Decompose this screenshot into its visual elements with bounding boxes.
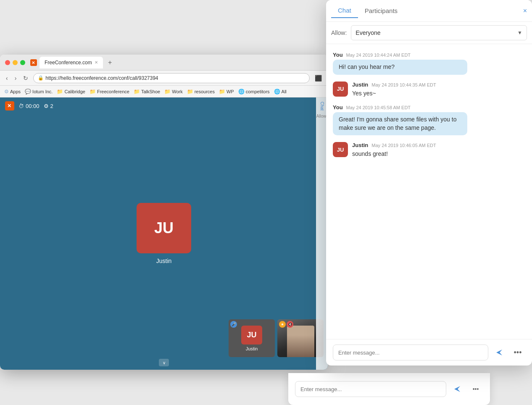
participants-count: ⚙ 2 (44, 103, 53, 109)
bookmark-iotum[interactable]: 💬 Iotum Inc. (25, 89, 53, 95)
bookmark-resources[interactable]: 📁 resources (187, 89, 215, 95)
tab-title: FreeConference.com (45, 60, 92, 66)
iotum-icon: 💬 (25, 89, 31, 95)
back-button[interactable]: ‹ (4, 74, 10, 82)
bookmark-calibridge[interactable]: 📁 Calibridge (57, 89, 85, 95)
main-participant-name: Justin (156, 258, 172, 264)
allow-dropdown[interactable]: Everyone ▼ (351, 25, 527, 40)
bottom-more-icon: ••• (473, 386, 479, 392)
bottom-chat-panel: ••• (288, 373, 490, 405)
thumb-badges: 🎤 (230, 321, 237, 328)
badge-star-icon: ★ (279, 321, 286, 328)
bookmark-apps-label: Apps (10, 89, 21, 94)
more-options-button[interactable]: ••• (510, 345, 525, 360)
resources-icon: 📁 (187, 89, 193, 95)
thumb-name: Justin (246, 346, 258, 351)
freeconf-icon: 📁 (90, 89, 96, 95)
bookmark-calibridge-label: Calibridge (64, 89, 85, 94)
video-area: ✕ ⏱ 00:00 ⚙ 2 JU Justin 🎤 (0, 97, 328, 370)
chat-input-area: ••• (326, 339, 532, 366)
chat-messages: You May 24 2019 10:44:24 AM EDT Hi! can … (326, 44, 532, 339)
bookmark-competitors[interactable]: 🌐 competitors (238, 89, 270, 95)
bottom-message-input[interactable] (295, 381, 446, 397)
dropdown-arrow-icon: ▼ (517, 30, 522, 36)
thumb-justin-avatar: 🎤 JU Justin (229, 319, 275, 357)
time-1: May 24 2019 10:44:24 AM EDT (346, 53, 411, 58)
message-meta-1: You May 24 2019 10:44:24 AM EDT (333, 52, 525, 58)
bookmarks-bar: ⚙ Apps 💬 Iotum Inc. 📁 Calibridge 📁 Freec… (0, 86, 328, 97)
thumbnail-justin[interactable]: 🎤 JU Justin (229, 319, 275, 357)
url-text: https://hello.freeconference.com/conf/ca… (45, 75, 158, 81)
bookmark-wp-label: WP (226, 89, 234, 94)
sender-justin-2: Justin (352, 142, 368, 148)
work-icon: 📁 (164, 89, 171, 95)
top-bar: ✕ ⏱ 00:00 ⚙ 2 (0, 97, 328, 114)
bottom-more-button[interactable]: ••• (468, 381, 483, 397)
bottom-send-button[interactable] (450, 381, 465, 397)
bookmark-talkshoe-label: TalkShoe (141, 89, 160, 94)
all-icon: 🌐 (274, 89, 280, 95)
favicon-icon: ✕ (30, 59, 37, 66)
close-chat-button[interactable]: × (523, 7, 527, 15)
allow-value: Everyone (356, 29, 380, 36)
send-button[interactable] (492, 345, 507, 360)
new-tab-button[interactable]: + (105, 58, 115, 67)
time-3: May 24 2019 10:45:58 AM EDT (346, 105, 411, 110)
scroll-down-button[interactable]: ∨ (159, 359, 169, 366)
bookmark-talkshoe[interactable]: 📁 TalkShoe (134, 89, 160, 95)
traffic-lights (5, 60, 25, 65)
bookmark-freeconference[interactable]: 📁 Freeconference (90, 89, 129, 95)
video-badges: ★ 🔇 (279, 321, 293, 328)
timer-value: 00:00 (26, 103, 40, 109)
bookmark-all-label: All (282, 89, 287, 94)
message-content-4: Justin May 24 2019 10:46:05 AM EDT sound… (352, 142, 436, 158)
thumbnail-strip: 🎤 JU Justin ★ 🔇 (229, 319, 324, 357)
bookmark-resources-label: resources (195, 89, 215, 94)
message-group-3: You May 24 2019 10:45:58 AM EDT Great! I… (326, 101, 532, 139)
competitors-icon: 🌐 (238, 89, 245, 95)
badge-mic-muted-icon: 🔇 (287, 321, 293, 328)
sender-justin-1: Justin (352, 82, 368, 88)
chat-tab[interactable]: Chat (331, 3, 358, 18)
message-meta-3: You May 24 2019 10:45:58 AM EDT (333, 104, 525, 110)
lock-icon: 🔒 (38, 75, 44, 81)
conf-logo-icon: ✕ (5, 101, 14, 110)
maximize-window-button[interactable] (20, 60, 25, 65)
minimize-window-button[interactable] (13, 60, 18, 65)
bookmark-wp[interactable]: 📁 WP (219, 89, 234, 95)
svg-text:✕: ✕ (32, 60, 35, 65)
apps-icon: ⚙ (4, 89, 9, 95)
message-bubble-3: Great! I'm gonna share some files with y… (333, 112, 467, 135)
browser-tab[interactable]: FreeConference.com ✕ (40, 57, 103, 68)
bookmark-work-label: Work (172, 89, 182, 94)
wp-icon: 📁 (219, 89, 225, 95)
close-tab-icon[interactable]: ✕ (95, 60, 98, 65)
main-participant: JU Justin (137, 203, 191, 264)
browser-window: ✕ FreeConference.com ✕ + ‹ › ↻ 🔒 https:/… (0, 55, 328, 370)
bookmark-competitors-label: competitors (246, 89, 270, 94)
main-avatar-initials: JU (154, 219, 174, 237)
thumb-initials: JU (241, 326, 262, 345)
justin-avatar-1: JU (333, 82, 348, 97)
refresh-button[interactable]: ↻ (21, 74, 30, 82)
bookmark-work[interactable]: 📁 Work (164, 89, 182, 95)
participants-tab[interactable]: Participants (358, 4, 404, 18)
address-bar[interactable]: 🔒 https://hello.freeconference.com/conf/… (33, 73, 310, 83)
sender-you-1: You (333, 52, 343, 58)
message-text-2: Yes yes~ (352, 89, 436, 98)
time-4: May 24 2019 10:46:05 AM EDT (371, 143, 436, 148)
svg-text:✕: ✕ (7, 103, 11, 109)
message-meta-2: Justin May 24 2019 10:44:35 AM EDT (352, 82, 436, 88)
justin-avatar-2: JU (333, 142, 348, 157)
screen-icon[interactable]: ⬛ (313, 74, 324, 82)
timer-display: ⏱ 00:00 (18, 103, 40, 109)
message-text-4: sounds great! (352, 150, 436, 158)
browser-titlebar: ✕ FreeConference.com ✕ + (0, 55, 328, 71)
allow-label: Allow: (331, 29, 347, 36)
bookmark-all[interactable]: 🌐 All (274, 89, 287, 95)
forward-button[interactable]: › (13, 74, 18, 82)
close-window-button[interactable] (5, 60, 10, 65)
chat-panel: Chat Participants × Allow: Everyone ▼ Yo… (326, 0, 532, 366)
bookmark-apps[interactable]: ⚙ Apps (4, 89, 21, 95)
message-input[interactable] (333, 345, 488, 360)
